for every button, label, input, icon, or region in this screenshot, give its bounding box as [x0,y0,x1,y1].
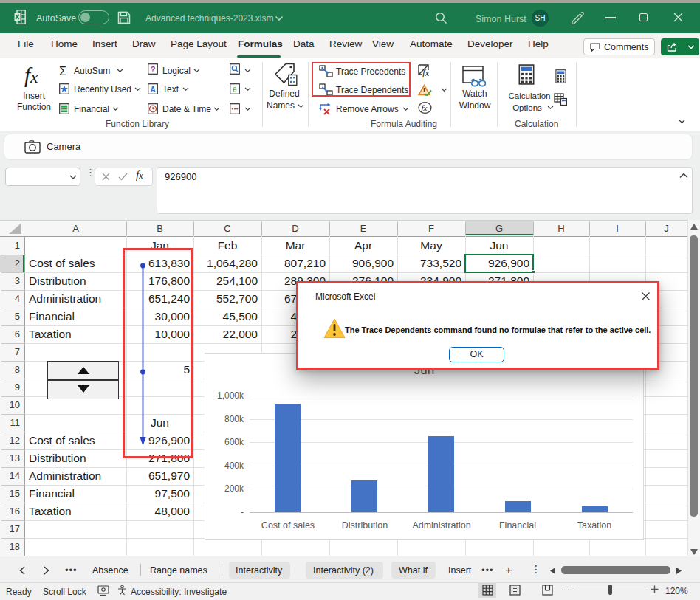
svg-text:?: ? [151,65,156,74]
svg-text:fx: fx [422,103,428,112]
svg-text:θ: θ [233,85,236,94]
svg-text:A: A [150,85,156,94]
svg-text:fx: fx [422,67,430,77]
